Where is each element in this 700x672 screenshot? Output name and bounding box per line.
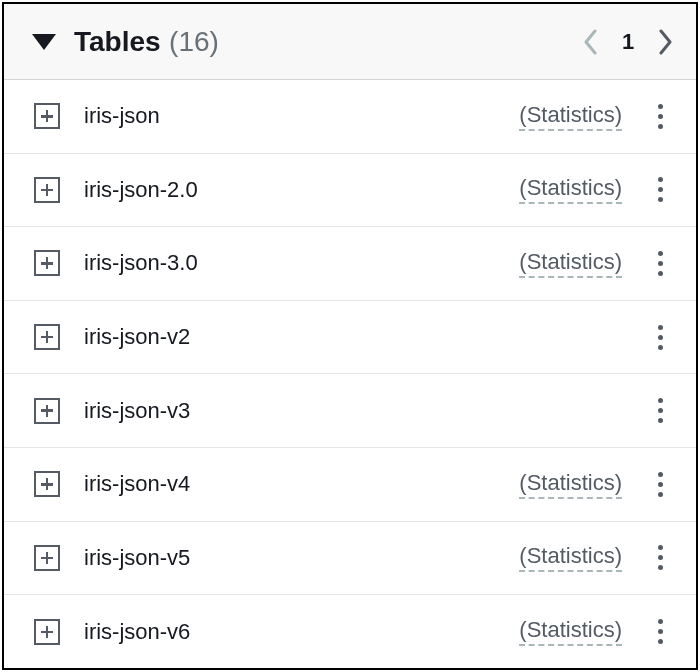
- expand-icon[interactable]: [34, 250, 60, 276]
- collapse-icon[interactable]: [32, 34, 56, 50]
- table-name[interactable]: iris-json-v3: [84, 398, 648, 424]
- statistics-link[interactable]: (Statistics): [519, 543, 622, 572]
- header-left: Tables (16): [32, 26, 219, 58]
- statistics-link[interactable]: (Statistics): [519, 102, 622, 131]
- header-title-group: Tables (16): [74, 26, 219, 58]
- section-title: Tables: [74, 26, 161, 57]
- tables-panel: Tables (16) 1 iris-json(Statistics)iris-…: [2, 2, 698, 670]
- statistics-link[interactable]: (Statistics): [519, 617, 622, 646]
- table-row: iris-json-v5(Statistics): [4, 522, 696, 596]
- table-name[interactable]: iris-json-v5: [84, 545, 519, 571]
- expand-icon[interactable]: [34, 471, 60, 497]
- table-row: iris-json(Statistics): [4, 80, 696, 154]
- table-row: iris-json-2.0(Statistics): [4, 154, 696, 228]
- table-row: iris-json-v4(Statistics): [4, 448, 696, 522]
- row-actions-menu-icon[interactable]: [648, 542, 672, 574]
- table-row: iris-json-v2: [4, 301, 696, 375]
- pagination: 1: [582, 28, 674, 56]
- row-actions-menu-icon[interactable]: [648, 395, 672, 427]
- row-actions-menu-icon[interactable]: [648, 468, 672, 500]
- expand-icon[interactable]: [34, 177, 60, 203]
- section-count: (16): [169, 26, 219, 57]
- table-rows: iris-json(Statistics)iris-json-2.0(Stati…: [4, 80, 696, 669]
- table-name[interactable]: iris-json: [84, 103, 519, 129]
- table-row: iris-json-3.0(Statistics): [4, 227, 696, 301]
- table-row: iris-json-v6(Statistics): [4, 595, 696, 669]
- page-number: 1: [618, 29, 638, 55]
- statistics-link[interactable]: (Statistics): [519, 249, 622, 278]
- table-row: iris-json-v3: [4, 374, 696, 448]
- expand-icon[interactable]: [34, 398, 60, 424]
- row-actions-menu-icon[interactable]: [648, 247, 672, 279]
- row-actions-menu-icon[interactable]: [648, 100, 672, 132]
- table-name[interactable]: iris-json-2.0: [84, 177, 519, 203]
- row-actions-menu-icon[interactable]: [648, 321, 672, 353]
- table-name[interactable]: iris-json-v4: [84, 471, 519, 497]
- next-page-button[interactable]: [658, 28, 674, 56]
- tables-header: Tables (16) 1: [4, 4, 696, 80]
- expand-icon[interactable]: [34, 103, 60, 129]
- table-name[interactable]: iris-json-3.0: [84, 250, 519, 276]
- expand-icon[interactable]: [34, 619, 60, 645]
- row-actions-menu-icon[interactable]: [648, 174, 672, 206]
- table-name[interactable]: iris-json-v2: [84, 324, 648, 350]
- row-actions-menu-icon[interactable]: [648, 616, 672, 648]
- table-name[interactable]: iris-json-v6: [84, 619, 519, 645]
- expand-icon[interactable]: [34, 324, 60, 350]
- statistics-link[interactable]: (Statistics): [519, 470, 622, 499]
- statistics-link[interactable]: (Statistics): [519, 175, 622, 204]
- expand-icon[interactable]: [34, 545, 60, 571]
- prev-page-button[interactable]: [582, 28, 598, 56]
